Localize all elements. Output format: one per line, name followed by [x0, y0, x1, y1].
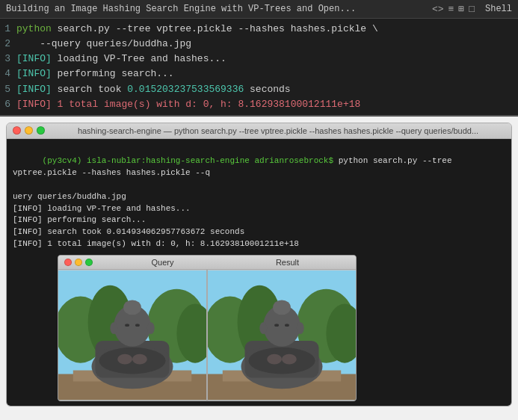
terminal-line-1: (py3cv4) isla-nublar:hashing-search-engi…	[13, 143, 505, 191]
code-line-1: 1 python search.py --tree vptree.pickle …	[0, 22, 518, 37]
code-line-4: 4 [INFO] performing search...	[0, 67, 518, 81]
img-close-button[interactable]	[64, 259, 72, 266]
svg-point-11	[125, 324, 129, 327]
image-panel-labels: Query Result	[100, 258, 350, 267]
svg-point-19	[132, 354, 147, 365]
top-bar: Building an Image Hashing Search Engine …	[0, 0, 518, 19]
line-number: 1	[0, 22, 16, 37]
terminal-title: hashing-search-engine — python search.py…	[51, 126, 505, 135]
close-button[interactable]	[13, 126, 21, 135]
query-buddha-image	[58, 270, 206, 401]
image-titlebar: Query Result	[58, 256, 356, 270]
query-image-panel	[58, 270, 206, 401]
code-line-2: 2 --query queries/buddha.jpg	[0, 37, 518, 52]
code-line-3: 3 [INFO] loading VP-Tree and hashes...	[0, 52, 518, 67]
terminal-titlebar: hashing-search-engine — python search.py…	[7, 123, 511, 139]
svg-point-32	[285, 324, 289, 327]
line-text: [INFO] loading VP-Tree and hashes...	[16, 52, 226, 67]
code-line-6: 6 [INFO] 1 total image(s) with d: 0, h: …	[0, 97, 518, 112]
traffic-lights	[13, 126, 45, 135]
svg-point-17	[99, 348, 165, 374]
editor-title: Building an Image Hashing Search Engine …	[6, 4, 432, 14]
terminal-window: hashing-search-engine — python search.py…	[6, 123, 512, 407]
image-results-window: Query Result	[58, 255, 357, 401]
terminal-line-6: [INFO] 1 total image(s) with d: 0, h: 8.…	[13, 238, 505, 250]
svg-point-33	[259, 322, 267, 334]
img-maximize-button[interactable]	[85, 259, 93, 266]
list-icon[interactable]: ≡	[448, 4, 454, 15]
terminal-line-3: [INFO] loading VP-Tree and hashes...	[13, 203, 505, 215]
result-image-panel	[208, 270, 356, 401]
grid-icon[interactable]: ⊞	[458, 3, 464, 15]
image-content	[58, 270, 356, 401]
line-number: 6	[0, 97, 16, 112]
line-number: 3	[0, 52, 16, 67]
terminal-line-4: [INFO] performing search...	[13, 214, 505, 226]
svg-point-34	[297, 322, 304, 334]
line-number: 2	[0, 37, 16, 52]
line-text: python search.py --tree vptree.pickle --…	[16, 22, 378, 37]
shell-label[interactable]: Shell	[485, 4, 512, 14]
minimize-button[interactable]	[25, 126, 33, 135]
code-line-5: 5 [INFO] search took 0.01520323753356933…	[0, 82, 518, 97]
line-text: [INFO] search took 0.015203237533569336 …	[16, 82, 291, 97]
line-number: 5	[0, 82, 16, 97]
img-traffic-lights	[64, 259, 93, 266]
maximize-button[interactable]	[37, 126, 45, 135]
line-text: [INFO] 1 total image(s) with d: 0, h: 8.…	[16, 97, 360, 112]
terminal-prompt: (py3cv4) isla-nublar:hashing-search-engi…	[43, 156, 333, 165]
code-editor: 1 python search.py --tree vptree.pickle …	[0, 19, 518, 117]
code-icon[interactable]: <>	[432, 4, 444, 15]
toolbar-icons: <> ≡ ⊞ □ Shell	[432, 3, 512, 15]
svg-point-14	[147, 322, 155, 334]
query-label: Query	[100, 258, 225, 267]
svg-point-12	[135, 324, 140, 327]
line-number: 4	[0, 67, 16, 81]
img-minimize-button[interactable]	[75, 259, 82, 266]
svg-point-39	[282, 354, 297, 365]
svg-point-18	[117, 354, 132, 365]
svg-point-10	[123, 300, 141, 315]
result-label: Result	[225, 258, 350, 267]
svg-point-31	[274, 324, 279, 327]
line-text: --query queries/buddha.jpg	[16, 37, 191, 52]
terminal-body: (py3cv4) isla-nublar:hashing-search-engi…	[7, 139, 511, 406]
svg-point-38	[267, 354, 282, 365]
window-icon[interactable]: □	[469, 4, 475, 15]
terminal-line-5: [INFO] search took 0.014934062957763672 …	[13, 226, 505, 238]
svg-point-37	[248, 348, 315, 374]
line-text: [INFO] performing search...	[16, 67, 174, 81]
svg-point-13	[110, 322, 117, 334]
svg-point-30	[273, 300, 291, 315]
result-buddha-image	[208, 270, 356, 401]
terminal-line-2: uery queries/buddha.jpg	[13, 191, 505, 203]
